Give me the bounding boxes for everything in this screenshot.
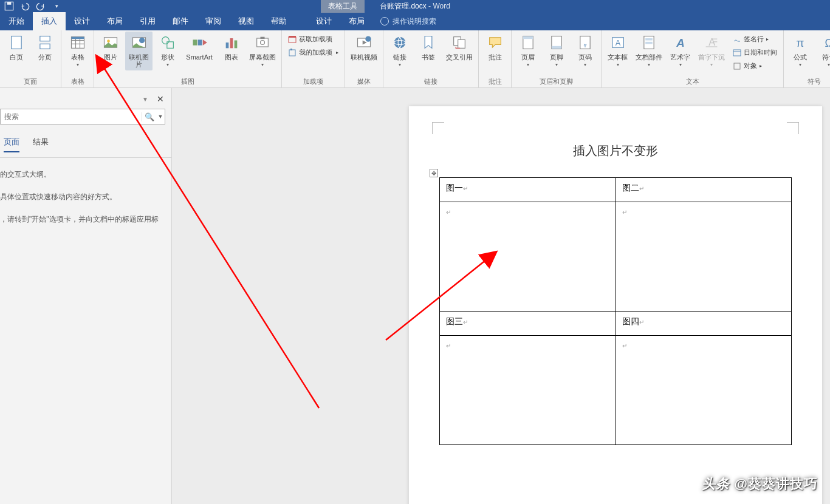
bookmark-button[interactable]: 书签 <box>414 32 442 63</box>
chart-button[interactable]: 图表 <box>218 32 245 63</box>
group-tables: 表格▾ 表格 <box>61 30 94 87</box>
group-header-footer: 页眉▾ 页脚▾ #页码▾ 页眉和页脚 <box>512 30 602 87</box>
date-time-button[interactable]: 日期和时间 <box>729 46 781 59</box>
dropcap-button[interactable]: A首字下沉▾ <box>695 32 728 70</box>
group-text: A文本框▾ 文档部件▾ A艺术字▾ A首字下沉▾ 签名行▸ 日期和时间 对象▸ … <box>602 30 784 87</box>
signature-line-button[interactable]: 签名行▸ <box>729 33 781 46</box>
tell-me-search[interactable]: 操作说明搜索 <box>373 12 444 30</box>
nav-tab-results[interactable]: 结果 <box>33 137 49 152</box>
svg-point-31 <box>394 37 405 49</box>
wordart-button[interactable]: A艺术字▾ <box>667 32 694 70</box>
my-addins-button[interactable]: 我的加载项▸ <box>284 46 342 59</box>
header-button[interactable]: 页眉▾ <box>514 32 541 70</box>
watermark: 头条 @葵葵讲技巧 <box>702 475 818 493</box>
search-input[interactable]: 🔍 ▼ <box>0 109 165 124</box>
svg-rect-4 <box>39 44 49 49</box>
nav-dropdown-icon[interactable]: ▼ <box>142 96 148 103</box>
object-button[interactable]: 对象▸ <box>729 60 781 72</box>
svg-text:π: π <box>796 36 804 49</box>
screenshot-button[interactable]: 屏幕截图▾ <box>246 32 279 70</box>
table-cell[interactable]: ↵ <box>616 202 792 312</box>
svg-rect-10 <box>71 37 84 39</box>
tab-table-design[interactable]: 设计 <box>307 12 340 30</box>
equation-button[interactable]: π公式▾ <box>786 32 814 70</box>
footer-button[interactable]: 页脚▾ <box>543 32 570 70</box>
document-table[interactable]: 图一↵ 图二↵ ↵ ↵ 图三↵ 图四↵ ↵ ↵ <box>439 177 792 445</box>
tab-home[interactable]: 开始 <box>0 12 33 30</box>
svg-rect-3 <box>39 36 49 41</box>
table-cell[interactable]: 图一↵ <box>440 178 616 202</box>
svg-text:Ω: Ω <box>825 37 830 49</box>
svg-rect-36 <box>523 36 532 39</box>
shapes-button[interactable]: 形状▾ <box>154 32 181 70</box>
table-button[interactable]: 表格▾ <box>64 32 91 70</box>
svg-rect-17 <box>193 39 197 45</box>
svg-rect-24 <box>261 37 265 39</box>
search-icon[interactable]: 🔍 <box>142 112 156 121</box>
nav-body-text: 的交互式大纲。 具体位置或快速移动内容的好方式。 ，请转到"开始"选项卡，并向文… <box>0 158 171 231</box>
title-bar: ▾ 表格工具 台账管理.docx - Word <box>0 0 830 12</box>
tab-insert[interactable]: 插入 <box>33 12 66 30</box>
cross-reference-button[interactable]: 交叉引用 <box>443 32 476 63</box>
blank-page-button[interactable]: 白页 <box>2 32 30 63</box>
table-cell[interactable]: ↵ <box>440 202 616 312</box>
page-break-button[interactable]: 分页 <box>31 32 58 63</box>
document-heading[interactable]: 插入图片不变形 <box>439 143 792 159</box>
search-dropdown-icon[interactable]: ▼ <box>156 114 165 120</box>
group-links: 链接▾ 书签 交叉引用 链接 <box>383 30 479 87</box>
tab-table-layout[interactable]: 布局 <box>340 12 373 30</box>
online-video-button[interactable]: 联机视频 <box>348 32 380 63</box>
svg-rect-38 <box>551 46 561 49</box>
tab-review[interactable]: 审阅 <box>197 12 230 30</box>
svg-rect-1 <box>7 2 12 5</box>
svg-point-12 <box>107 39 110 43</box>
table-move-handle-icon[interactable]: ✥ <box>430 169 438 177</box>
comment-button[interactable]: 批注 <box>481 32 509 63</box>
svg-rect-51 <box>733 50 741 56</box>
svg-rect-19 <box>225 43 228 48</box>
save-icon[interactable] <box>4 1 15 12</box>
document-area[interactable]: 插入图片不变形 ✥ 图一↵ 图二↵ ↵ ↵ 图三↵ 图四↵ <box>172 88 830 504</box>
table-cell[interactable]: 图四↵ <box>616 312 792 336</box>
object-icon <box>733 62 741 70</box>
tab-design[interactable]: 设计 <box>66 12 98 30</box>
picture-button[interactable]: 图片 <box>97 32 124 63</box>
table-cell[interactable]: ↵ <box>440 336 616 445</box>
qat-dropdown-icon[interactable]: ▾ <box>51 1 62 12</box>
close-icon[interactable]: ✕ <box>157 94 164 104</box>
page: 插入图片不变形 ✥ 图一↵ 图二↵ ↵ ↵ 图三↵ 图四↵ <box>409 106 822 504</box>
online-picture-button[interactable]: 联机图片 <box>125 32 153 70</box>
redo-icon[interactable] <box>35 1 46 12</box>
addin-icon <box>288 49 297 57</box>
quick-parts-button[interactable]: 文档部件▾ <box>633 32 665 70</box>
symbol-button[interactable]: Ω符号▾ <box>815 32 830 70</box>
tab-view[interactable]: 视图 <box>230 12 262 30</box>
get-addins-button[interactable]: 获取加载项 <box>284 33 342 46</box>
ribbon-tabs: 开始 插入 设计 布局 引用 邮件 审阅 视图 帮助 设计 布局 操作说明搜索 <box>0 12 830 30</box>
table-cell[interactable]: 图二↵ <box>616 178 792 202</box>
svg-rect-28 <box>290 49 292 50</box>
group-addins: 获取加载项 我的加载项▸ 加载项 <box>282 30 345 87</box>
tab-references[interactable]: 引用 <box>131 12 164 30</box>
nav-tab-pages[interactable]: 页面 <box>4 137 19 152</box>
search-field[interactable] <box>1 112 142 121</box>
tab-layout[interactable]: 布局 <box>98 12 131 30</box>
svg-rect-45 <box>645 42 653 44</box>
page-number-button[interactable]: #页码▾ <box>571 32 598 70</box>
lightbulb-icon <box>380 17 389 26</box>
textbox-button[interactable]: A文本框▾ <box>604 32 631 70</box>
smartart-button[interactable]: SmartArt <box>182 32 216 63</box>
link-button[interactable]: 链接▾ <box>386 32 413 70</box>
table-cell[interactable]: 图三↵ <box>440 312 616 336</box>
svg-rect-21 <box>234 41 237 49</box>
svg-rect-25 <box>289 37 296 43</box>
table-cell[interactable]: ↵ <box>616 336 792 445</box>
svg-text:A: A <box>676 36 684 49</box>
svg-rect-26 <box>289 36 296 38</box>
ribbon: 白页 分页 页面 表格▾ 表格 图片 联机图片 形状▾ SmartArt 图表 … <box>0 30 830 88</box>
tab-help[interactable]: 帮助 <box>262 12 295 30</box>
undo-icon[interactable] <box>19 1 30 12</box>
tab-mailings[interactable]: 邮件 <box>164 12 197 30</box>
calendar-icon <box>733 49 741 57</box>
svg-rect-34 <box>458 39 465 48</box>
